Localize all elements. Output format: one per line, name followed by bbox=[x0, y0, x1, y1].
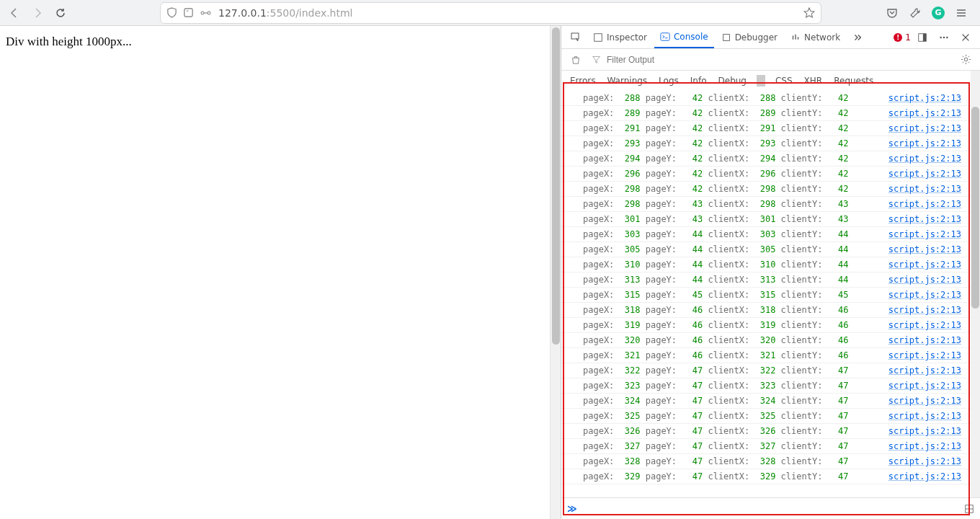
star-icon[interactable] bbox=[803, 7, 815, 19]
source-link[interactable]: script.js:2:13 bbox=[888, 138, 961, 148]
cat-debug[interactable]: Debug bbox=[714, 74, 751, 87]
console-input[interactable] bbox=[583, 504, 958, 514]
source-link[interactable]: script.js:2:13 bbox=[888, 381, 961, 391]
console-log-row[interactable]: pageX: 319 pageY: 46 clientX: 319 client… bbox=[561, 318, 980, 333]
page-scrollbar[interactable] bbox=[550, 26, 561, 519]
cat-errors[interactable]: Errors bbox=[566, 74, 600, 87]
source-link[interactable]: script.js:2:13 bbox=[888, 335, 961, 345]
svg-point-10 bbox=[940, 36, 941, 37]
close-devtools-icon[interactable] bbox=[956, 27, 976, 48]
source-link[interactable]: script.js:2:13 bbox=[888, 154, 961, 164]
svg-point-3 bbox=[208, 12, 210, 14]
console-log-row[interactable]: pageX: 289 pageY: 42 clientX: 289 client… bbox=[561, 106, 980, 121]
source-link[interactable]: script.js:2:13 bbox=[888, 275, 961, 285]
console-log-row[interactable]: pageX: 324 pageY: 47 clientX: 324 client… bbox=[561, 394, 980, 409]
source-link[interactable]: script.js:2:13 bbox=[888, 426, 961, 436]
console-input-bar: ≫ bbox=[561, 497, 980, 519]
cat-xhr[interactable]: XHR bbox=[800, 74, 827, 87]
source-link[interactable]: script.js:2:13 bbox=[888, 199, 961, 209]
source-link[interactable]: script.js:2:13 bbox=[888, 396, 961, 406]
console-log-row[interactable]: pageX: 327 pageY: 47 clientX: 327 client… bbox=[561, 439, 980, 454]
cat-requests[interactable]: Requests bbox=[829, 74, 878, 87]
source-link[interactable]: script.js:2:13 bbox=[888, 305, 961, 315]
svg-rect-0 bbox=[184, 9, 192, 17]
source-link[interactable]: script.js:2:13 bbox=[888, 169, 961, 179]
cat-css[interactable]: CSS bbox=[771, 74, 797, 87]
source-link[interactable]: script.js:2:13 bbox=[888, 244, 961, 254]
error-badge[interactable]: !1 bbox=[894, 32, 911, 43]
console-log-row[interactable]: pageX: 325 pageY: 47 clientX: 325 client… bbox=[561, 409, 980, 424]
devtools-scrollbar[interactable] bbox=[971, 71, 980, 497]
console-log-row[interactable]: pageX: 322 pageY: 47 clientX: 322 client… bbox=[561, 363, 980, 378]
source-link[interactable]: script.js:2:13 bbox=[888, 184, 961, 194]
cat-logs[interactable]: Logs bbox=[654, 74, 683, 87]
console-log-row[interactable]: pageX: 301 pageY: 43 clientX: 301 client… bbox=[561, 212, 980, 227]
console-log-row[interactable]: pageX: 298 pageY: 43 clientX: 298 client… bbox=[561, 197, 980, 212]
url-bar[interactable]: 127.0.0.1:5500/index.html bbox=[160, 2, 821, 24]
console-log-row[interactable]: pageX: 318 pageY: 46 clientX: 318 client… bbox=[561, 303, 980, 318]
tab-inspector[interactable]: Inspector bbox=[587, 26, 653, 48]
settings-icon[interactable] bbox=[956, 50, 976, 70]
console-log-row[interactable]: pageX: 293 pageY: 42 clientX: 293 client… bbox=[561, 136, 980, 151]
more-tabs-icon[interactable] bbox=[847, 27, 868, 48]
browser-toolbar: 127.0.0.1:5500/index.html G bbox=[0, 0, 980, 26]
cat-warnings[interactable]: Warnings bbox=[603, 74, 652, 87]
source-link[interactable]: script.js:2:13 bbox=[888, 290, 961, 300]
forward-button[interactable] bbox=[27, 3, 48, 23]
source-link[interactable]: script.js:2:13 bbox=[888, 229, 961, 239]
tab-network[interactable]: Network bbox=[785, 26, 846, 48]
tools-icon[interactable] bbox=[905, 3, 925, 23]
console-log-row[interactable]: pageX: 305 pageY: 44 clientX: 305 client… bbox=[561, 242, 980, 257]
grammarly-icon[interactable]: G bbox=[928, 3, 948, 23]
source-link[interactable]: script.js:2:13 bbox=[888, 350, 961, 360]
source-link[interactable]: script.js:2:13 bbox=[888, 456, 961, 466]
svg-rect-1 bbox=[187, 11, 189, 12]
source-link[interactable]: script.js:2:13 bbox=[888, 320, 961, 330]
console-log-row[interactable]: pageX: 296 pageY: 42 clientX: 296 client… bbox=[561, 167, 980, 182]
tab-console[interactable]: Console bbox=[654, 26, 714, 48]
filter-input[interactable] bbox=[607, 49, 950, 70]
source-link[interactable]: script.js:2:13 bbox=[888, 411, 961, 421]
meatball-icon[interactable] bbox=[934, 27, 954, 48]
source-link[interactable]: script.js:2:13 bbox=[888, 108, 961, 118]
source-link[interactable]: script.js:2:13 bbox=[888, 365, 961, 376]
reload-button[interactable] bbox=[50, 3, 71, 23]
url-text: 127.0.0.1:5500/index.html bbox=[218, 7, 353, 19]
page-viewport: Div with height 1000px... bbox=[0, 26, 561, 519]
source-link[interactable]: script.js:2:13 bbox=[888, 123, 961, 133]
console-log-row[interactable]: pageX: 326 pageY: 47 clientX: 326 client… bbox=[561, 424, 980, 439]
svg-point-11 bbox=[943, 36, 945, 37]
back-button[interactable] bbox=[4, 3, 24, 23]
console-output[interactable]: pageX: 288 pageY: 42 clientX: 288 client… bbox=[561, 91, 980, 497]
pick-element-icon[interactable] bbox=[566, 27, 586, 48]
page-info-icon bbox=[183, 7, 194, 18]
console-log-row[interactable]: pageX: 328 pageY: 47 clientX: 328 client… bbox=[561, 454, 980, 469]
pocket-icon[interactable] bbox=[882, 3, 902, 23]
console-filter-bar bbox=[561, 49, 980, 71]
console-log-row[interactable]: pageX: 329 pageY: 47 clientX: 329 client… bbox=[561, 469, 980, 484]
console-log-row[interactable]: pageX: 291 pageY: 42 clientX: 291 client… bbox=[561, 121, 980, 136]
console-log-row[interactable]: pageX: 320 pageY: 46 clientX: 320 client… bbox=[561, 333, 980, 348]
console-log-row[interactable]: pageX: 315 pageY: 45 clientX: 315 client… bbox=[561, 288, 980, 303]
dock-side-icon[interactable] bbox=[912, 27, 932, 48]
console-log-row[interactable]: pageX: 298 pageY: 42 clientX: 298 client… bbox=[561, 182, 980, 197]
source-link[interactable]: script.js:2:13 bbox=[888, 214, 961, 224]
console-log-row[interactable]: pageX: 323 pageY: 47 clientX: 323 client… bbox=[561, 378, 980, 394]
cat-info[interactable]: Info bbox=[686, 74, 711, 87]
console-log-row[interactable]: pageX: 313 pageY: 44 clientX: 313 client… bbox=[561, 272, 980, 288]
console-log-row[interactable]: pageX: 303 pageY: 44 clientX: 303 client… bbox=[561, 227, 980, 242]
console-log-row[interactable]: pageX: 310 pageY: 44 clientX: 310 client… bbox=[561, 257, 980, 272]
source-link[interactable]: script.js:2:13 bbox=[888, 93, 961, 103]
svg-rect-4 bbox=[571, 33, 579, 39]
tab-debugger[interactable]: Debugger bbox=[716, 26, 783, 48]
console-log-row[interactable]: pageX: 321 pageY: 46 clientX: 321 client… bbox=[561, 348, 980, 363]
menu-icon[interactable] bbox=[951, 3, 971, 23]
clear-console-icon[interactable] bbox=[566, 50, 586, 70]
split-console-icon[interactable] bbox=[964, 504, 974, 514]
source-link[interactable]: script.js:2:13 bbox=[888, 260, 961, 270]
console-log-row[interactable]: pageX: 288 pageY: 42 clientX: 288 client… bbox=[561, 91, 980, 106]
source-link[interactable]: script.js:2:13 bbox=[888, 471, 961, 482]
source-link[interactable]: script.js:2:13 bbox=[888, 441, 961, 451]
page-body: Div with height 1000px... bbox=[0, 26, 561, 58]
console-log-row[interactable]: pageX: 294 pageY: 42 clientX: 294 client… bbox=[561, 151, 980, 167]
